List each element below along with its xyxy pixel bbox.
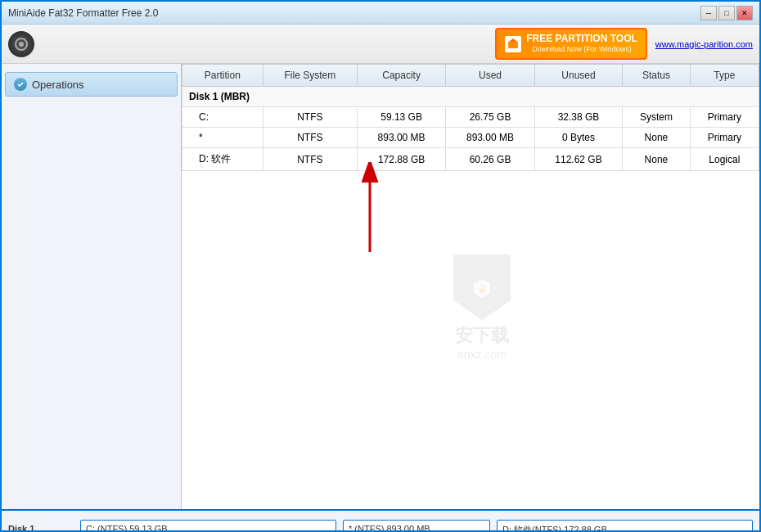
disk-header-row: Disk 1 (MBR)	[182, 87, 759, 107]
partition-c: C:	[182, 107, 263, 128]
partition-block-c[interactable]: C: (NTFS) 59.13 GB	[80, 520, 336, 532]
partition-block-c-label: C: (NTFS) 59.13 GB	[86, 524, 331, 532]
partition-block-star[interactable]: * (NTFS) 893.00 MB	[343, 520, 490, 532]
col-status: Status	[623, 65, 690, 87]
title-bar: MiniAide Fat32 Formatter Free 2.0 ─ □ ✕	[2, 2, 759, 25]
used-c: 26.75 GB	[446, 107, 534, 128]
unused-star: 0 Bytes	[534, 128, 622, 148]
operations-icon	[14, 78, 27, 91]
toolbar-left	[8, 31, 34, 57]
table-row[interactable]: D: 软件 NTFS 172.88 GB 60.26 GB 112.62 GB …	[182, 148, 759, 171]
title-bar-controls: ─ □ ✕	[700, 6, 753, 20]
col-unused: Unused	[534, 65, 622, 87]
app-title: MiniAide Fat32 Formatter Free 2.0	[8, 7, 158, 19]
ad-banner[interactable]: FREE PARTITION TOOL Download Now (For Wi…	[495, 28, 647, 60]
watermark-text: 安下载	[453, 323, 511, 348]
disk-info: Disk 1 MBR 232.89 GB	[8, 522, 74, 532]
svg-marker-3	[509, 38, 517, 42]
sidebar-item-operations[interactable]: Operations	[5, 72, 178, 97]
table-header-row: Partition File System Capacity Used Unus…	[182, 65, 759, 87]
ad-line1: FREE PARTITION TOOL	[526, 33, 637, 46]
fs-c: NTFS	[263, 107, 357, 128]
minimize-button[interactable]: ─	[700, 6, 717, 20]
sidebar: Operations	[2, 64, 182, 509]
partition-d: D: 软件	[182, 148, 263, 171]
watermark: 🔒 安下载 anxz.com	[453, 255, 511, 361]
unused-c: 32.38 GB	[534, 107, 622, 128]
col-filesystem: File System	[263, 65, 357, 87]
disk-name: Disk 1	[8, 522, 74, 532]
col-capacity: Capacity	[357, 65, 445, 87]
partition-block-d-label: D: 软件(NTFS) 172.88 GB	[502, 524, 747, 532]
ad-text: FREE PARTITION TOOL Download Now (For Wi…	[526, 33, 637, 55]
svg-point-1	[19, 42, 24, 47]
type-star: Primary	[690, 128, 759, 148]
ad-line2: Download Now (For Windows)	[526, 45, 637, 55]
toolbar: FREE PARTITION TOOL Download Now (For Wi…	[2, 25, 759, 64]
disk-visualization: Disk 1 MBR 232.89 GB C: (NTFS) 59.13 GB …	[2, 509, 759, 532]
app-logo	[8, 31, 34, 57]
ad-icon	[505, 36, 521, 52]
table-row[interactable]: * NTFS 893.00 MB 893.00 MB 0 Bytes None …	[182, 128, 759, 148]
maximize-button[interactable]: □	[718, 6, 735, 20]
svg-text:🔒: 🔒	[477, 283, 488, 294]
status-star: None	[623, 128, 690, 148]
partition-table: Partition File System Capacity Used Unus…	[182, 64, 759, 171]
watermark-sub: anxz.com	[453, 348, 511, 361]
toolbar-right: FREE PARTITION TOOL Download Now (For Wi…	[495, 28, 753, 60]
col-partition: Partition	[182, 65, 263, 87]
fs-d: NTFS	[263, 148, 357, 171]
col-used: Used	[446, 65, 534, 87]
table-row[interactable]: C: NTFS 59.13 GB 26.75 GB 32.38 GB Syste…	[182, 107, 759, 128]
used-star: 893.00 MB	[446, 128, 534, 148]
used-d: 60.26 GB	[446, 148, 534, 171]
status-d: None	[623, 148, 690, 171]
content-area: Partition File System Capacity Used Unus…	[182, 64, 759, 509]
partition-star: *	[182, 128, 263, 148]
col-type: Type	[690, 65, 759, 87]
unused-d: 112.62 GB	[534, 148, 622, 171]
cap-star: 893.00 MB	[357, 128, 445, 148]
title-bar-left: MiniAide Fat32 Formatter Free 2.0	[8, 7, 158, 19]
cap-c: 59.13 GB	[357, 107, 445, 128]
type-d: Logical	[690, 148, 759, 171]
disk-label: Disk 1 (MBR)	[182, 87, 759, 107]
status-c: System	[623, 107, 690, 128]
cap-d: 172.88 GB	[357, 148, 445, 171]
main-layout: Operations Partition File System Capacit…	[2, 64, 759, 509]
svg-rect-2	[508, 42, 518, 48]
close-button[interactable]: ✕	[736, 6, 753, 20]
operations-label: Operations	[32, 79, 84, 91]
partition-block-star-label: * (NTFS) 893.00 MB	[349, 524, 484, 532]
partition-block-d[interactable]: D: 软件(NTFS) 172.88 GB	[497, 520, 753, 532]
ad-link[interactable]: www.magic-parition.com	[655, 39, 753, 49]
type-c: Primary	[690, 107, 759, 128]
fs-star: NTFS	[263, 128, 357, 148]
arrow-indicator	[345, 162, 394, 263]
